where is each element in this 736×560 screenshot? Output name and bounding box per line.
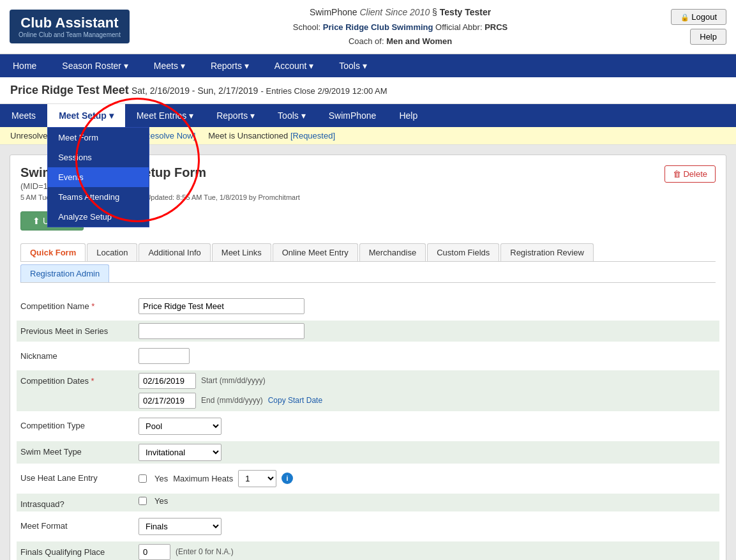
swim-meet-type-row: Swim Meet Type Invitational Dual Time Tr… — [17, 441, 719, 464]
prev-meet-input[interactable] — [139, 323, 304, 339]
dropdown-sessions[interactable]: Sessions — [48, 148, 149, 167]
nav-home[interactable]: Home — [0, 54, 49, 77]
logo: Club Assistant Online Club and Team Mana… — [10, 10, 130, 43]
tab-additional-info[interactable]: Additional Info — [139, 243, 210, 261]
nav-reports[interactable]: Reports ▾ — [198, 54, 262, 77]
subnav-meet-setup[interactable]: Meet Setup ▾ — [47, 104, 125, 127]
heat-lane-label: Use Heat Lane Entry — [20, 470, 139, 483]
competition-name-label: Competition Name * — [20, 298, 139, 311]
meet-setup-dropdown: Meet Form Sessions Events Teams Attendin… — [47, 127, 149, 227]
resolve-now-link[interactable]: [Resolve Now] — [142, 131, 195, 140]
prev-meet-value — [139, 323, 716, 339]
intrasquad-yes-checkbox[interactable] — [139, 497, 147, 505]
tab-quick-form[interactable]: Quick Form — [20, 243, 86, 261]
info-icon[interactable]: i — [282, 473, 293, 484]
heat-lane-value: Yes Maximum Heats 1 2 3 4 5 i — [139, 470, 716, 487]
competition-name-value — [139, 298, 716, 314]
comp-dates-value: Start (mm/dd/yyyy) End (mm/dd/yyyy) Copy… — [139, 373, 716, 409]
nav-meets[interactable]: Meets ▾ — [141, 54, 198, 77]
main-nav: Home Season Roster ▾ Meets ▾ Reports ▾ A… — [0, 54, 736, 77]
tab-location[interactable]: Location — [87, 243, 137, 261]
comp-dates-row: Competition Dates * Start (mm/dd/yyyy) E… — [17, 370, 719, 411]
meet-format-label: Meet Format — [20, 518, 139, 531]
logo-title: Club Assistant — [19, 15, 121, 31]
max-heats-select[interactable]: 1 2 3 4 5 — [238, 470, 276, 487]
tab-online-meet-entry[interactable]: Online Meet Entry — [273, 243, 358, 261]
logout-button[interactable]: Logout — [671, 9, 726, 25]
tab-custom-fields[interactable]: Custom Fields — [427, 243, 499, 261]
comp-dates-label: Competition Dates * — [20, 373, 139, 386]
tab-registration-review[interactable]: Registration Review — [500, 243, 594, 261]
finals-qual-row: Finals Qualifying Place (Enter 0 for N.A… — [17, 541, 719, 560]
nickname-input[interactable] — [139, 348, 190, 364]
delete-button[interactable]: 🗑 Delete — [665, 165, 716, 183]
entries-close: - Entries Close 2/9/2019 12:00 AM — [261, 86, 387, 96]
prev-meet-row: Previous Meet in Series — [17, 321, 719, 342]
meet-title-bar: Price Ridge Test Meet Sat, 2/16/2019 - S… — [0, 77, 736, 104]
intrasquad-value: Yes — [139, 496, 716, 506]
nickname-label: Nickname — [20, 348, 139, 361]
comp-date-start-input[interactable] — [139, 373, 196, 389]
tab-meet-links[interactable]: Meet Links — [212, 243, 271, 261]
subnav-reports[interactable]: Reports ▾ — [205, 104, 266, 127]
heat-lane-yes-checkbox[interactable] — [139, 474, 147, 483]
start-date-hint: Start (mm/dd/yyyy) — [201, 376, 266, 385]
meet-format-row: Meet Format Finals Prelims/Finals Timed … — [20, 518, 716, 535]
tab-registration-admin[interactable]: Registration Admin — [20, 264, 109, 282]
prev-meet-label: Previous Meet in Series — [20, 323, 139, 336]
logo-sub: Online Club and Team Management — [19, 31, 121, 38]
meet-format-value: Finals Prelims/Finals Timed Finals — [139, 518, 716, 535]
tab-merchandise[interactable]: Merchandise — [359, 243, 426, 261]
subnav-meet-entries[interactable]: Meet Entries ▾ — [125, 104, 205, 127]
tabs-row2: Registration Admin — [20, 264, 716, 283]
intrasquad-row: Intrasquad? Yes — [17, 494, 719, 511]
app-name: SwimPhone Client Since 2010 § Testy Test… — [130, 5, 671, 20]
form-fields: Competition Name * Previous Meet in Seri… — [20, 293, 716, 560]
comp-type-select[interactable]: Pool Open Water Virtual — [139, 418, 222, 435]
swim-meet-type-value: Invitational Dual Time Trial Championshi… — [139, 444, 716, 461]
unresolved-text: Unresolved — [10, 131, 52, 140]
school-line: School: Price Ridge Club Swimming Offici… — [130, 20, 671, 34]
copy-start-date-link[interactable]: Copy Start Date — [268, 396, 322, 405]
swim-meet-type-select[interactable]: Invitational Dual Time Trial Championshi… — [139, 444, 222, 461]
nav-season-roster[interactable]: Season Roster ▾ — [49, 54, 141, 77]
coach-line: Coach of: Men and Women — [130, 34, 671, 49]
heat-lane-row: Use Heat Lane Entry Yes Maximum Heats 1 … — [20, 470, 716, 487]
comp-date-end-input[interactable] — [139, 393, 196, 409]
help-button[interactable]: Help — [690, 29, 726, 45]
end-date-hint: End (mm/dd/yyyy) — [201, 396, 263, 405]
competition-name-input[interactable] — [139, 298, 304, 314]
top-header: Club Assistant Online Club and Team Mana… — [0, 0, 736, 54]
subnav-swimphone[interactable]: SwimPhone — [317, 104, 388, 127]
nickname-value — [139, 348, 716, 364]
nickname-row: Nickname — [20, 348, 716, 364]
meet-name: Price Ridge Test Meet — [10, 84, 129, 96]
tabs: Quick Form Location Additional Info Meet… — [20, 243, 716, 262]
swim-meet-type-label: Swim Meet Type — [20, 444, 139, 457]
subnav-meets[interactable]: Meets — [0, 104, 47, 127]
finals-qual-value: (Enter 0 for N.A.) — [139, 544, 716, 560]
intrasquad-label: Intrasquad? — [20, 496, 139, 509]
dropdown-events[interactable]: Events — [48, 167, 149, 187]
nav-account[interactable]: Account ▾ — [262, 54, 326, 77]
finals-qual-hint: (Enter 0 for N.A.) — [176, 547, 234, 556]
competition-name-row: Competition Name * — [20, 298, 716, 314]
header-info: SwimPhone Client Since 2010 § Testy Test… — [130, 5, 671, 49]
meet-sub-nav: Meets Meet Setup ▾ Meet Form Sessions Ev… — [0, 104, 736, 127]
meet-setup-dropdown-container: Meet Setup ▾ Meet Form Sessions Events T… — [47, 104, 125, 127]
comp-type-row: Competition Type Pool Open Water Virtual — [20, 418, 716, 435]
subnav-tools[interactable]: Tools ▾ — [266, 104, 317, 127]
requested-link[interactable]: [Requested] — [290, 131, 335, 140]
dropdown-meet-form[interactable]: Meet Form — [48, 128, 149, 148]
dropdown-teams-attending[interactable]: Teams Attending — [48, 187, 149, 207]
finals-qual-input[interactable] — [139, 544, 170, 560]
dropdown-analyze-setup[interactable]: Analyze Setup — [48, 207, 149, 227]
unsanctioned-text: Meet is Unsanctioned [Requested] — [208, 131, 335, 140]
meet-format-select[interactable]: Finals Prelims/Finals Timed Finals — [139, 518, 222, 535]
header-buttons: Logout Help — [671, 9, 726, 45]
finals-qual-label: Finals Qualifying Place — [20, 544, 139, 557]
subnav-help[interactable]: Help — [387, 104, 429, 127]
comp-type-label: Competition Type — [20, 418, 139, 430]
nav-tools[interactable]: Tools ▾ — [326, 54, 380, 77]
meet-dates: Sat, 2/16/2019 - Sun, 2/17/2019 — [131, 86, 259, 96]
